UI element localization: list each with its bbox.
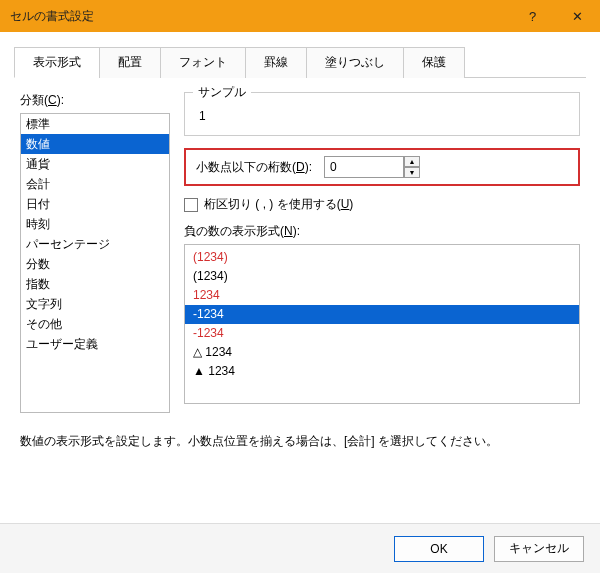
category-item[interactable]: ユーザー定義 [21, 334, 169, 354]
tab-5[interactable]: 保護 [403, 47, 465, 78]
category-label: 分類(C): [20, 92, 170, 109]
tab-3[interactable]: 罫線 [245, 47, 307, 78]
negative-format-item[interactable]: 1234 [185, 286, 579, 305]
negative-format-item[interactable]: -1234 [185, 324, 579, 343]
thousands-separator-row[interactable]: 桁区切り ( , ) を使用する(U) [184, 196, 580, 213]
category-item[interactable]: パーセンテージ [21, 234, 169, 254]
category-item[interactable]: その他 [21, 314, 169, 334]
sample-fieldset: サンプル 1 [184, 92, 580, 136]
dialog-footer: OK キャンセル [0, 523, 600, 573]
tab-2[interactable]: フォント [160, 47, 246, 78]
category-item[interactable]: 標準 [21, 114, 169, 134]
spinner-down-icon[interactable]: ▼ [404, 167, 420, 178]
negative-format-listbox[interactable]: (1234)(1234)1234-1234-1234△ 1234▲ 1234 [184, 244, 580, 404]
category-item[interactable]: 分数 [21, 254, 169, 274]
category-item[interactable]: 会計 [21, 174, 169, 194]
tab-1[interactable]: 配置 [99, 47, 161, 78]
titlebar: セルの書式設定 ? ✕ [0, 0, 600, 32]
negative-format-item[interactable]: (1234) [185, 248, 579, 267]
decimal-places-highlighted: 小数点以下の桁数(D): ▲ ▼ [184, 148, 580, 186]
decimal-places-label: 小数点以下の桁数(D): [196, 159, 312, 176]
sample-legend: サンプル [193, 84, 251, 101]
thousands-label: 桁区切り ( , ) を使用する(U) [204, 196, 353, 213]
decimal-places-spinner[interactable]: ▲ ▼ [324, 156, 420, 178]
negative-format-item[interactable]: △ 1234 [185, 343, 579, 362]
negative-format-item[interactable]: -1234 [185, 305, 579, 324]
cancel-button[interactable]: キャンセル [494, 536, 584, 562]
negative-format-item[interactable]: ▲ 1234 [185, 362, 579, 381]
content-area: 分類(C): 標準数値通貨会計日付時刻パーセンテージ分数指数文字列その他ユーザー… [0, 78, 600, 464]
category-listbox[interactable]: 標準数値通貨会計日付時刻パーセンテージ分数指数文字列その他ユーザー定義 [20, 113, 170, 413]
sample-value: 1 [195, 103, 569, 123]
tabs-bar: 表示形式配置フォント罫線塗りつぶし保護 [14, 46, 586, 78]
category-item[interactable]: 時刻 [21, 214, 169, 234]
help-button[interactable]: ? [510, 0, 555, 32]
close-button[interactable]: ✕ [555, 0, 600, 32]
category-item[interactable]: 文字列 [21, 294, 169, 314]
category-item[interactable]: 指数 [21, 274, 169, 294]
negative-format-label: 負の数の表示形式(N): [184, 223, 580, 240]
tab-0[interactable]: 表示形式 [14, 47, 100, 78]
close-icon: ✕ [572, 9, 583, 24]
negative-format-item[interactable]: (1234) [185, 267, 579, 286]
category-item[interactable]: 通貨 [21, 154, 169, 174]
window-title: セルの書式設定 [10, 8, 94, 25]
thousands-checkbox[interactable] [184, 198, 198, 212]
spinner-up-icon[interactable]: ▲ [404, 156, 420, 167]
description-text: 数値の表示形式を設定します。小数点位置を揃える場合は、[会計] を選択してくださ… [20, 433, 580, 450]
ok-button[interactable]: OK [394, 536, 484, 562]
category-item[interactable]: 日付 [21, 194, 169, 214]
decimal-places-input[interactable] [324, 156, 404, 178]
help-icon: ? [529, 9, 536, 24]
category-item[interactable]: 数値 [21, 134, 169, 154]
tab-4[interactable]: 塗りつぶし [306, 47, 404, 78]
